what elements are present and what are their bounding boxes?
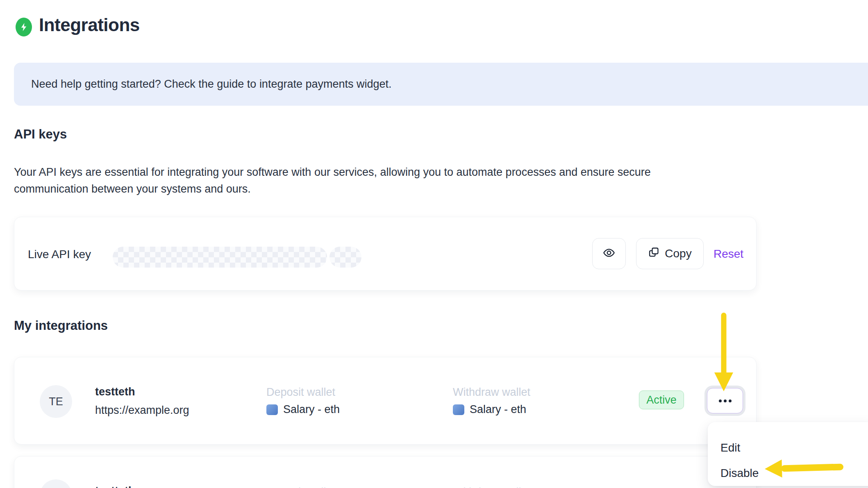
- integration-row: [14, 456, 757, 488]
- deposit-wallet-label: Deposit wallet: [266, 386, 335, 399]
- deposit-wallet-value: Salary - eth: [266, 403, 340, 416]
- api-keys-heading: API keys: [14, 127, 67, 142]
- status-badge: Active: [639, 390, 684, 409]
- integrations-page: Integrations Need help getting started? …: [0, 0, 868, 488]
- withdraw-wallet-label: Withdraw wallet: [453, 386, 530, 399]
- wallet-color-swatch: [453, 404, 464, 415]
- copy-key-button[interactable]: Copy: [636, 238, 704, 269]
- masked-api-key: [113, 247, 327, 268]
- avatar: TE: [40, 385, 72, 418]
- help-banner-text: Need help getting started? Check the gui…: [14, 78, 392, 91]
- masked-api-key-tail: [329, 247, 361, 268]
- my-integrations-heading: My integrations: [14, 318, 108, 333]
- menu-item-disable[interactable]: Disable: [720, 461, 868, 486]
- reveal-key-button[interactable]: [592, 238, 626, 269]
- lightning-icon: [16, 18, 32, 36]
- copy-button-label: Copy: [665, 247, 691, 260]
- page-title: Integrations: [39, 15, 140, 35]
- row-actions-dropdown: Edit Disable: [708, 422, 868, 486]
- row-actions-menu-button[interactable]: [704, 386, 745, 416]
- deposit-wallet-label: Deposit wallet: [266, 486, 335, 488]
- wallet-color-swatch: [266, 404, 278, 415]
- eye-icon: [602, 246, 616, 261]
- withdraw-wallet-label: Withdraw wallet: [453, 486, 530, 488]
- deposit-wallet-name: Salary - eth: [283, 403, 340, 416]
- withdraw-wallet-name: Salary - eth: [470, 403, 526, 416]
- ellipsis-icon: [707, 388, 743, 413]
- menu-item-edit[interactable]: Edit: [720, 435, 868, 461]
- copy-icon: [648, 247, 659, 261]
- integration-name: testteth: [95, 485, 135, 488]
- help-banner: Need help getting started? Check the gui…: [14, 63, 868, 106]
- live-api-key-label: Live API key: [28, 248, 91, 261]
- integration-url: https://example.org: [95, 404, 189, 417]
- withdraw-wallet-value: Salary - eth: [453, 403, 526, 416]
- reset-key-link[interactable]: Reset: [713, 247, 743, 261]
- api-keys-description: Your API keys are essential for integrat…: [14, 164, 663, 197]
- integration-name: testteth: [95, 386, 135, 398]
